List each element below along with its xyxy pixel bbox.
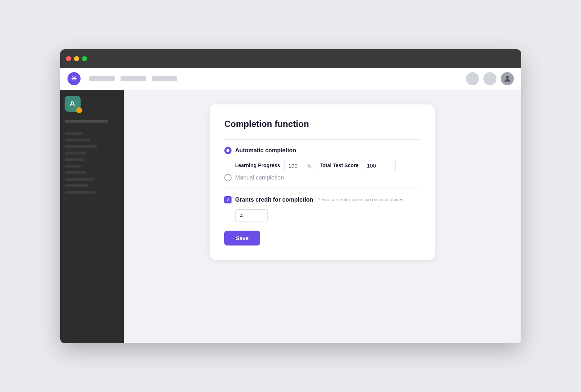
credit-value-input[interactable]	[235, 209, 268, 222]
sidebar-item-10[interactable]	[65, 191, 95, 194]
save-button[interactable]: Save	[224, 231, 260, 245]
traffic-light-yellow[interactable]	[74, 56, 79, 61]
divider-bottom	[224, 189, 420, 189]
header-right	[466, 72, 514, 85]
nav-item-2[interactable]	[120, 76, 146, 81]
sidebar-item-6[interactable]	[65, 165, 81, 168]
browser-titlebar	[60, 49, 521, 68]
app-header: ✳	[60, 68, 521, 90]
learning-progress-suffix: %	[307, 160, 315, 171]
nav-item-3[interactable]	[152, 76, 177, 81]
svg-point-0	[506, 76, 509, 79]
completion-card: Completion function Automatic completion…	[210, 104, 435, 260]
checkbox-check-icon: ✓	[226, 197, 230, 202]
learning-progress-input-wrapper: %	[285, 160, 315, 171]
manual-completion-radio[interactable]	[224, 174, 232, 181]
traffic-lights	[66, 56, 87, 61]
automatic-completion-option[interactable]: Automatic completion	[224, 147, 420, 154]
avatar[interactable]	[501, 72, 514, 85]
completion-fields-row: Learning Progress % Total Test Score	[235, 160, 420, 171]
sidebar-icon-letter: A	[70, 99, 75, 108]
sidebar-item-4[interactable]	[65, 152, 86, 154]
header-circle-2[interactable]	[483, 72, 496, 85]
browser-window: ✳ A	[60, 49, 521, 343]
sidebar-item-8[interactable]	[65, 178, 94, 181]
grants-credit-checkbox[interactable]: ✓	[224, 196, 232, 203]
traffic-light-red[interactable]	[66, 56, 71, 61]
learning-progress-input[interactable]	[285, 160, 307, 171]
card-title: Completion function	[224, 119, 420, 129]
app-logo: ✳	[67, 72, 81, 85]
sidebar-items	[65, 132, 119, 194]
browser-content: ✳ A	[60, 68, 521, 343]
grants-credit-label: Grants credit for completion	[235, 197, 313, 203]
sidebar-item-2[interactable]	[65, 139, 90, 141]
sidebar-item-3[interactable]	[65, 145, 97, 148]
sidebar-badge	[76, 107, 82, 113]
header-circle-1[interactable]	[466, 72, 479, 85]
total-test-score-input[interactable]	[363, 160, 396, 171]
nav-items	[89, 76, 177, 81]
sidebar-app-icon[interactable]: A	[65, 96, 81, 112]
sidebar-item-9[interactable]	[65, 184, 88, 187]
grants-credit-hint: * You can enter up to two decimal places…	[318, 197, 405, 202]
sidebar-item-1[interactable]	[65, 132, 83, 135]
sidebar-item-5[interactable]	[65, 158, 85, 161]
manual-completion-option[interactable]: Manual completion	[224, 174, 420, 181]
traffic-light-green[interactable]	[82, 56, 87, 61]
total-test-score-label: Total Test Score	[320, 162, 359, 168]
main-content: Completion function Automatic completion…	[124, 90, 521, 343]
divider-top	[224, 139, 420, 140]
grants-credit-row[interactable]: ✓ Grants credit for completion * You can…	[224, 196, 420, 203]
sidebar-item-7[interactable]	[65, 171, 86, 174]
automatic-completion-radio[interactable]	[224, 147, 232, 154]
automatic-completion-label: Automatic completion	[235, 147, 296, 154]
sidebar-label-1	[65, 120, 108, 123]
nav-item-1[interactable]	[89, 76, 115, 81]
app-body: A	[60, 90, 521, 343]
learning-progress-label: Learning Progress	[235, 162, 280, 168]
logo-symbol: ✳	[71, 75, 77, 83]
sidebar: A	[60, 90, 124, 343]
manual-completion-label: Manual completion	[235, 174, 284, 181]
